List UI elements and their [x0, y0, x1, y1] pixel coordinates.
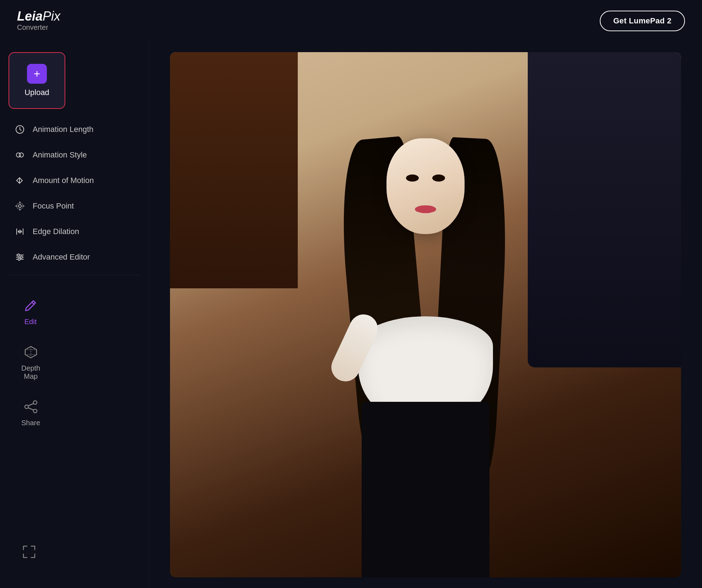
- main-layout: + Upload Animation Length: [0, 41, 702, 588]
- advanced-editor-label: Advanced Editor: [33, 253, 90, 262]
- upload-section: + Upload: [0, 49, 149, 117]
- menu-item-animation-style[interactable]: Animation Style: [7, 143, 142, 167]
- background-wall: [528, 52, 681, 367]
- app-header: LeiaPix Converter Get LumePad 2: [0, 0, 702, 41]
- share-label: Share: [21, 419, 40, 427]
- logo-subtitle: Converter: [17, 23, 60, 32]
- pants: [362, 402, 489, 577]
- share-action[interactable]: Share: [9, 389, 53, 436]
- share-icon: [22, 398, 40, 416]
- edit-label: Edit: [24, 318, 37, 326]
- sidebar-actions: Edit Depth Map: [0, 281, 149, 443]
- animation-style-label: Animation Style: [33, 150, 87, 160]
- fullscreen-button[interactable]: [9, 537, 50, 567]
- motion-icon: [14, 175, 26, 186]
- sidebar: + Upload Animation Length: [0, 41, 149, 588]
- animation-menu: Animation Length Animation Style: [0, 117, 149, 269]
- svg-point-21: [33, 409, 37, 413]
- sliders-icon: [14, 251, 26, 263]
- animation-style-icon: [14, 149, 26, 161]
- svg-point-15: [17, 254, 20, 256]
- focus-point-label: Focus Point: [33, 201, 74, 211]
- depth-map-icon: [22, 343, 40, 361]
- edge-dilation-label: Edge Dilation: [33, 227, 79, 236]
- animation-length-label: Animation Length: [33, 125, 93, 134]
- eye-left: [406, 174, 419, 182]
- depth-map-action[interactable]: Depth Map: [9, 334, 53, 389]
- edit-action[interactable]: Edit: [9, 288, 53, 334]
- fullscreen-section: [0, 530, 149, 581]
- focus-icon: [14, 200, 26, 212]
- amount-of-motion-label: Amount of Motion: [33, 176, 94, 185]
- svg-line-22: [28, 404, 33, 406]
- logo-title: LeiaPix: [17, 10, 60, 23]
- logo: LeiaPix Converter: [17, 10, 60, 32]
- svg-point-4: [18, 205, 21, 207]
- sidebar-divider: [9, 275, 140, 275]
- upload-label: Upload: [24, 88, 49, 97]
- shirt: [358, 316, 493, 416]
- menu-item-animation-length[interactable]: Animation Length: [7, 117, 142, 142]
- person-figure: [340, 115, 511, 577]
- get-lumepad-button[interactable]: Get LumePad 2: [600, 11, 685, 31]
- menu-item-amount-of-motion[interactable]: Amount of Motion: [7, 168, 142, 193]
- svg-point-17: [18, 258, 20, 260]
- menu-item-advanced-editor[interactable]: Advanced Editor: [7, 245, 142, 269]
- menu-item-focus-point[interactable]: Focus Point: [7, 194, 142, 218]
- face: [386, 138, 465, 234]
- svg-point-19: [33, 401, 37, 404]
- main-content: [149, 41, 702, 588]
- svg-line-18: [32, 302, 34, 304]
- menu-item-edge-dilation[interactable]: Edge Dilation: [7, 220, 142, 244]
- svg-point-2: [19, 153, 23, 157]
- svg-point-20: [25, 405, 28, 409]
- edge-icon: [14, 226, 26, 237]
- eye-right: [432, 174, 445, 182]
- svg-line-23: [28, 408, 33, 410]
- clock-icon: [14, 124, 26, 135]
- background-wood: [170, 52, 298, 288]
- edit-icon: [21, 296, 40, 315]
- svg-point-5: [17, 203, 23, 209]
- plus-icon: +: [27, 64, 47, 84]
- photo-preview: [170, 52, 681, 577]
- depth-map-label: Depth Map: [21, 364, 40, 381]
- lips: [415, 205, 436, 213]
- image-display: [170, 52, 681, 577]
- upload-button[interactable]: + Upload: [9, 52, 65, 109]
- svg-point-16: [20, 256, 22, 258]
